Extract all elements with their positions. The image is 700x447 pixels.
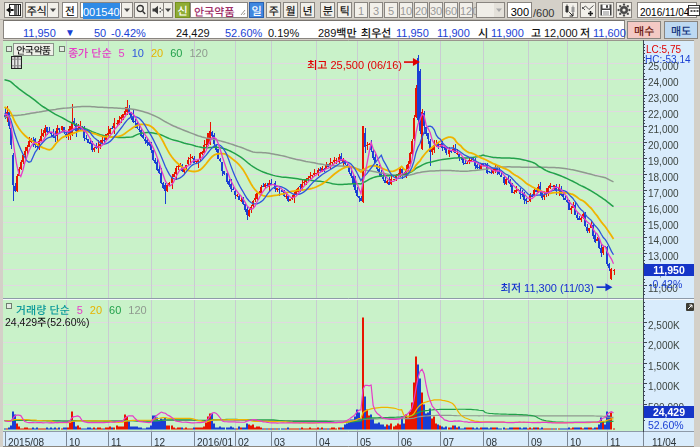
ma-legend-item: 120 xyxy=(128,301,146,317)
time-axis-label: 04 xyxy=(319,434,330,447)
sell-button[interactable]: 매도 xyxy=(664,21,698,39)
new-stock-badge: 신 xyxy=(175,2,190,18)
current-price-pct: -0.42% xyxy=(649,276,682,291)
time-axis-corner-label: 11/04 xyxy=(652,434,676,447)
lowest-price-annotation: 최저 11,300 (11/03) xyxy=(501,279,594,295)
time-axis-label: 10 xyxy=(69,434,80,447)
ma-legend-item: 60 xyxy=(170,44,182,60)
quote-low: 11,600 xyxy=(593,24,626,40)
price-axis-label: 23,000 xyxy=(648,90,679,105)
period-week-button[interactable]: 주 xyxy=(266,2,281,18)
price-pane-checkbox[interactable] xyxy=(6,46,12,52)
quote-strip: 11,950 ▼ 50 -0.42% 24,429 52.60% 0.19% 2… xyxy=(3,20,625,39)
time-axis-label: 12 xyxy=(154,434,165,447)
minute-120-button[interactable]: 120 xyxy=(459,2,473,18)
price-ma-legend: 종가 단순5102060120 xyxy=(68,44,208,60)
quote-volume-ratio: 0.19% xyxy=(268,24,299,40)
minute-60-button[interactable]: 60 xyxy=(444,2,458,18)
price-axis-label: 24,000 xyxy=(648,74,679,89)
period-month-button[interactable]: 월 xyxy=(283,2,298,18)
prev-stock-button[interactable]: 전 xyxy=(62,2,78,18)
minute-5-button[interactable]: 5 xyxy=(384,2,398,18)
time-axis-label: 09 xyxy=(531,434,542,447)
volume-axis-label: 1,000K xyxy=(648,378,680,393)
time-axis-label: 11 xyxy=(111,434,121,447)
best-ask: 11,950 xyxy=(396,24,429,40)
time-axis-label: 05 xyxy=(360,434,371,447)
time-axis-label: 2016/01 xyxy=(197,434,233,447)
time-axis-label: 02 xyxy=(238,434,249,447)
price-axis-label: 17,000 xyxy=(648,185,679,200)
highest-price-annotation: 최고 25,500 (06/16) xyxy=(307,56,402,72)
price-axis-label: 25,000 xyxy=(648,58,679,73)
best-bid: 11,900 xyxy=(437,24,470,40)
price-axis-label: 18,000 xyxy=(648,169,679,184)
minute-3-button[interactable]: 3 xyxy=(369,2,383,18)
high-label: 고 xyxy=(531,24,541,40)
period-day-button[interactable]: 일 xyxy=(249,2,264,18)
add-indicator-button[interactable] xyxy=(580,2,596,18)
price-axis-label: 20,000 xyxy=(648,137,679,152)
stock-name-field[interactable]: 안국약품 xyxy=(190,2,248,18)
chart-window-button[interactable] xyxy=(4,2,23,18)
quote-open: 11,900 xyxy=(491,24,524,40)
sound-button[interactable] xyxy=(150,2,164,18)
code-dropdown-arrow[interactable] xyxy=(121,2,133,18)
code-selected-text: 001540 xyxy=(83,3,120,19)
price-axis-label: 15,000 xyxy=(648,217,679,232)
maximize-pane-icon[interactable] xyxy=(686,303,694,311)
current-volume-pct: 52.60% xyxy=(648,417,684,432)
stock-code-input[interactable]: 001540 xyxy=(80,2,122,18)
quote-high: 12,000 xyxy=(544,24,578,40)
price-axis-label: 22,000 xyxy=(648,106,679,121)
current-price-box: 11,950 xyxy=(644,264,694,276)
period-tick-button[interactable]: 틱 xyxy=(337,2,352,18)
buy-button[interactable]: 매수 xyxy=(627,21,661,39)
candlestick-volume-canvas[interactable] xyxy=(0,40,700,447)
minute-10-button[interactable]: 10 xyxy=(399,2,413,18)
time-axis-label: 03 xyxy=(274,434,285,447)
stock-chart-window: 주식 전 001540 신 안국약품 일 주 월 년 분 틱 1 3 5 10 … xyxy=(0,0,700,447)
period-minute-button[interactable]: 분 xyxy=(320,2,335,18)
save-button[interactable] xyxy=(598,2,614,18)
time-axis-label: 10 xyxy=(570,434,581,447)
volume-pane-checkbox[interactable] xyxy=(6,303,12,309)
time-axis-label: 2015/08 xyxy=(8,434,44,447)
instrument-combo[interactable]: 주식 xyxy=(25,2,48,18)
period-year-button[interactable]: 년 xyxy=(300,2,315,18)
interval-combo[interactable] xyxy=(476,2,505,18)
price-legend-title: 종가 단순 xyxy=(68,44,112,60)
price-axis-label: 19,000 xyxy=(648,153,679,168)
volume-axis-label: 1,500K xyxy=(648,358,680,373)
down-arrow-icon: ▼ xyxy=(65,24,75,39)
quote-change: 50 xyxy=(94,24,106,40)
ma-legend-item: 20 xyxy=(90,301,102,317)
time-axis-label: 11 xyxy=(610,434,620,447)
ma-legend-item: 120 xyxy=(189,44,207,60)
settings-button[interactable] xyxy=(616,2,632,18)
price-axis-label: 16,000 xyxy=(648,201,679,216)
compress-chart-button[interactable] xyxy=(562,2,578,18)
quote-volume: 24,429 xyxy=(176,24,210,40)
bars-count-input[interactable]: 300 xyxy=(507,2,532,18)
price-legend-checkbox[interactable] xyxy=(59,46,65,52)
calendar-icon[interactable] xyxy=(688,4,700,16)
time-axis-label: 07 xyxy=(443,434,454,447)
toolbar: 주식 전 001540 신 안국약품 일 주 월 년 분 틱 1 3 5 10 … xyxy=(0,0,700,20)
minute-20-button[interactable]: 20 xyxy=(414,2,428,18)
data-grid-icon[interactable] xyxy=(11,56,22,69)
time-axis-label: 08 xyxy=(486,434,497,447)
quote-bar: 11,950 ▼ 50 -0.42% 24,429 52.60% 0.19% 2… xyxy=(0,20,700,40)
price-pane-stock-label[interactable]: 안국약품 xyxy=(13,43,54,56)
quote-amount: 289백만 xyxy=(318,24,357,40)
instrument-combo-arrow[interactable] xyxy=(47,2,59,18)
search-button[interactable] xyxy=(134,2,148,18)
open-label: 시 xyxy=(478,24,488,40)
sound-dropdown-arrow[interactable] xyxy=(163,2,173,18)
price-axis-label: 14,000 xyxy=(648,232,679,247)
minute-30-button[interactable]: 30 xyxy=(429,2,443,18)
ma-legend-item: 5 xyxy=(119,44,125,60)
resize-grip-icon xyxy=(240,9,246,16)
stock-name-text: 안국약품 xyxy=(194,3,234,19)
minute-1-button[interactable]: 1 xyxy=(354,2,368,18)
